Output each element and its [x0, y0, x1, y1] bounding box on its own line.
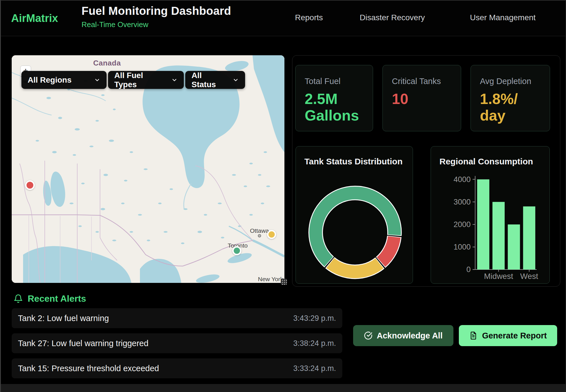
- svg-text:West: West: [520, 272, 538, 281]
- stat-card-avg-depletion: Avg Depletion 1.8%/ day: [471, 65, 550, 131]
- alert-time: 3:38:24 p.m.: [293, 339, 336, 348]
- page-subtitle: Real-Time Overview: [82, 20, 231, 29]
- acknowledge-all-button[interactable]: Acknowledge All: [353, 325, 453, 346]
- stat-value: 10: [392, 91, 452, 107]
- bell-icon: [13, 294, 23, 304]
- overview-panel: Total Fuel 2.5M Gallons Critical Tanks 1…: [292, 55, 560, 287]
- acknowledge-all-label: Acknowledge All: [377, 331, 443, 340]
- stat-label: Critical Tanks: [392, 77, 452, 86]
- region-filter-dropdown[interactable]: All Regions: [21, 71, 107, 89]
- alert-text: Tank 15: Pressure threshold exceeded: [18, 364, 159, 373]
- region-filter-value: All Regions: [28, 75, 72, 85]
- map-resize-handle[interactable]: [281, 279, 287, 285]
- map-label-canada: Canada: [93, 59, 121, 68]
- stat-label: Total Fuel: [305, 77, 364, 86]
- map-label-new-york: New York: [258, 276, 283, 283]
- alert-text: Tank 27: Low fuel warning triggered: [18, 339, 148, 348]
- alert-time: 3:33:24 p.m.: [293, 364, 336, 373]
- regional-consumption-bar-chart: 01000200030004000MidwestWest: [431, 146, 549, 283]
- stat-card-total-fuel: Total Fuel 2.5M Gallons: [295, 65, 373, 131]
- regional-consumption-chart-card: Regional Consumption 01000200030004000Mi…: [431, 146, 550, 284]
- generate-report-label: Generate Report: [482, 331, 547, 340]
- tank-status-donut-chart: [296, 146, 413, 283]
- fuel-type-filter-value: All Fuel Types: [114, 71, 164, 89]
- alert-row[interactable]: Tank 27: Low fuel warning triggered 3:38…: [12, 333, 342, 353]
- tank-map[interactable]: Canada Ottawa Toronto New York + − All R…: [12, 55, 284, 283]
- check-circle-icon: [364, 331, 372, 340]
- recent-alerts-header: Recent Alerts: [13, 293, 86, 304]
- svg-text:1000: 1000: [454, 243, 471, 251]
- stat-label: Avg Depletion: [480, 77, 541, 86]
- svg-text:0: 0: [466, 265, 471, 274]
- title-block: Fuel Monitoring Dashboard Real-Time Over…: [82, 5, 231, 29]
- ottawa-city-dot: [258, 234, 261, 237]
- nav-item-reports[interactable]: Reports: [295, 13, 323, 22]
- chevron-down-icon: [226, 77, 239, 83]
- generate-report-button[interactable]: Generate Report: [459, 325, 557, 346]
- critical-tank-marker[interactable]: [25, 180, 35, 190]
- alert-row[interactable]: Tank 2: Low fuel warning 3:43:29 p.m.: [12, 308, 342, 328]
- svg-text:2000: 2000: [454, 220, 471, 229]
- tank-status-chart-card: Tank Status Distribution: [296, 146, 413, 284]
- warning-tank-marker[interactable]: [267, 230, 276, 239]
- status-filter-value: All Status: [192, 71, 226, 89]
- brand-logo: AirMatrix: [11, 12, 58, 24]
- top-bar: AirMatrix Fuel Monitoring Dashboard Real…: [1, 1, 565, 36]
- nav-item-user-management[interactable]: User Management: [470, 13, 536, 22]
- alert-row[interactable]: Tank 15: Pressure threshold exceeded 3:3…: [12, 358, 342, 378]
- normal-tank-marker[interactable]: [232, 246, 241, 255]
- alert-text: Tank 2: Low fuel warning: [18, 314, 109, 323]
- status-filter-dropdown[interactable]: All Status: [185, 71, 245, 89]
- alert-time: 3:43:29 p.m.: [293, 314, 336, 323]
- svg-text:3000: 3000: [454, 198, 471, 206]
- fuel-type-filter-dropdown[interactable]: All Fuel Types: [108, 71, 184, 89]
- stat-value: 2.5M Gallons: [305, 91, 364, 124]
- chevron-down-icon: [87, 77, 100, 83]
- stat-card-critical-tanks: Critical Tanks 10: [382, 65, 461, 131]
- bottom-strip: [1, 384, 565, 392]
- document-icon: [469, 331, 478, 340]
- page-title: Fuel Monitoring Dashboard: [82, 5, 231, 17]
- stat-value: 1.8%/ day: [480, 91, 541, 124]
- recent-alerts-title: Recent Alerts: [28, 293, 86, 304]
- map-label-ottawa: Ottawa: [250, 227, 269, 234]
- nav-item-disaster-recovery[interactable]: Disaster Recovery: [360, 13, 425, 22]
- svg-text:Midwest: Midwest: [484, 272, 513, 281]
- chevron-down-icon: [164, 77, 178, 83]
- svg-text:4000: 4000: [454, 175, 471, 184]
